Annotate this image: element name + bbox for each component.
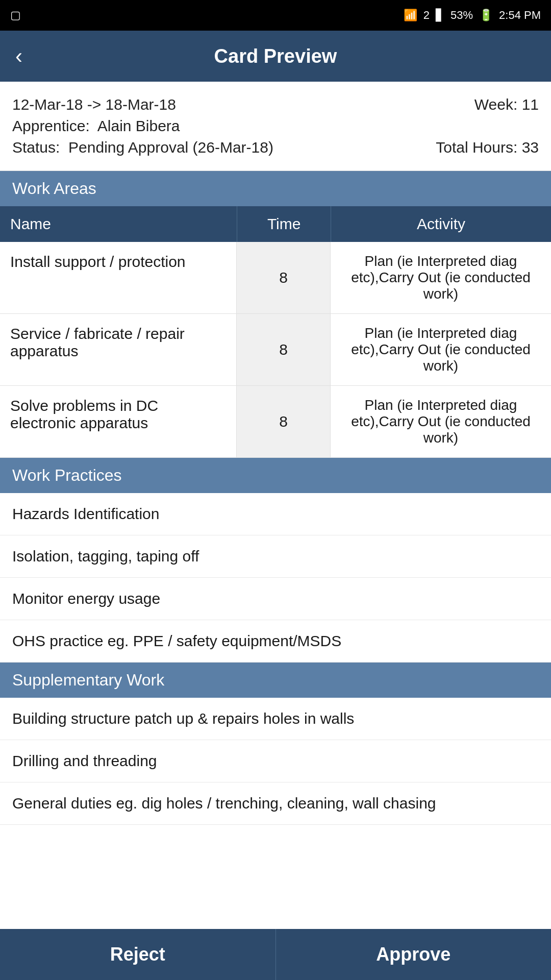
date-week-row: 12-Mar-18 -> 18-Mar-18 Week: 11 (12, 96, 539, 113)
cell-activity-3: Plan (ie Interpreted diag etc),Carry Out… (331, 386, 551, 457)
list-item: Hazards Identification (0, 493, 551, 535)
status-row: Status: Pending Approval (26-Mar-18) Tot… (12, 139, 539, 156)
approve-button[interactable]: Approve (276, 929, 552, 980)
date-range: 12-Mar-18 -> 18-Mar-18 (12, 96, 176, 113)
list-item: General duties eg. dig holes / trenching… (0, 782, 551, 825)
col-header-activity: Activity (331, 206, 551, 242)
col-header-name: Name (0, 206, 237, 242)
cell-activity-2: Plan (ie Interpreted diag etc),Carry Out… (331, 314, 551, 385)
total-hours: Total Hours: 33 (436, 139, 539, 156)
apprentice-row: Apprentice: Alain Bibera (12, 117, 539, 135)
signal-icon: ▋ (436, 9, 444, 22)
clock: 2:54 PM (499, 9, 541, 22)
list-item: Monitor energy usage (0, 578, 551, 620)
cell-activity-1: Plan (ie Interpreted diag etc),Carry Out… (331, 242, 551, 313)
work-practices-header: Work Practices (0, 458, 551, 493)
apprentice-label: Apprentice: Alain Bibera (12, 117, 180, 135)
reject-button[interactable]: Reject (0, 929, 276, 980)
page-title: Card Preview (214, 45, 337, 67)
cell-work-name-3: Solve problems in DC electronic apparatu… (0, 386, 237, 457)
battery-label: 53% (450, 9, 473, 22)
back-button[interactable]: ‹ (15, 44, 22, 68)
photo-icon: ▢ (10, 9, 21, 22)
cell-work-name-1: Install support / protection (0, 242, 237, 313)
cell-work-name-2: Service / fabricate / repair apparatus (0, 314, 237, 385)
main-content: 12-Mar-18 -> 18-Mar-18 Week: 11 Apprenti… (0, 82, 551, 876)
work-areas-table-header: Name Time Activity (0, 206, 551, 242)
supplementary-work-list: Building structure patch up & repairs ho… (0, 698, 551, 825)
table-row: Install support / protection 8 Plan (ie … (0, 242, 551, 314)
list-item: OHS practice eg. PPE / safety equipment/… (0, 620, 551, 663)
col-header-time: Time (237, 206, 331, 242)
battery-icon: 🔋 (479, 9, 493, 22)
wifi-icon: 📶 (404, 9, 417, 22)
header: ‹ Card Preview (0, 31, 551, 82)
table-row: Service / fabricate / repair apparatus 8… (0, 314, 551, 386)
list-item: Building structure patch up & repairs ho… (0, 698, 551, 740)
cell-time-1: 8 (237, 242, 331, 313)
card-info-section: 12-Mar-18 -> 18-Mar-18 Week: 11 Apprenti… (0, 82, 551, 171)
footer: Reject Approve (0, 929, 551, 980)
work-areas-table: Install support / protection 8 Plan (ie … (0, 242, 551, 458)
table-row: Solve problems in DC electronic apparatu… (0, 386, 551, 458)
list-item: Isolation, tagging, taping off (0, 535, 551, 578)
cell-time-3: 8 (237, 386, 331, 457)
supplementary-work-header: Supplementary Work (0, 663, 551, 698)
cell-time-2: 8 (237, 314, 331, 385)
week-number: Week: 11 (474, 96, 539, 113)
status-label: Status: Pending Approval (26-Mar-18) (12, 139, 273, 156)
work-areas-header: Work Areas (0, 171, 551, 206)
status-bar-right: 📶 2 ▋ 53% 🔋 2:54 PM (404, 9, 541, 22)
list-item: Drilling and threading (0, 740, 551, 782)
status-bar-left: ▢ (10, 9, 21, 22)
signal-number: 2 (423, 9, 430, 22)
work-practices-list: Hazards Identification Isolation, taggin… (0, 493, 551, 663)
status-bar: ▢ 📶 2 ▋ 53% 🔋 2:54 PM (0, 0, 551, 31)
